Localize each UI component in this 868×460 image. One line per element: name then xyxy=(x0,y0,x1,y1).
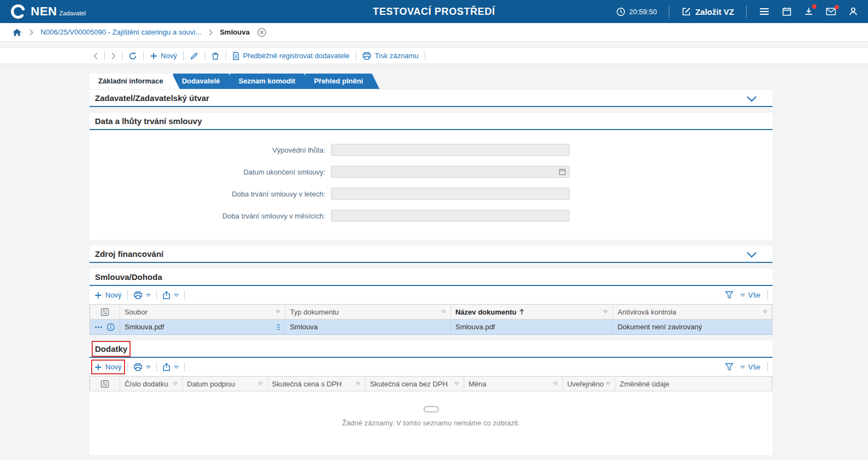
edit-button[interactable] xyxy=(190,52,199,60)
filter-triangle-icon[interactable] xyxy=(606,382,611,385)
expand-funding-button[interactable] xyxy=(746,250,767,258)
column-header-cena-s-dph[interactable]: Skutečná cena s DPH xyxy=(268,377,366,391)
topbar-divider xyxy=(746,5,747,18)
amendments-print-button[interactable] xyxy=(133,363,151,372)
plus-icon xyxy=(94,363,102,371)
column-header-zmenene-udaje[interactable]: Změněné údaje xyxy=(615,377,772,391)
contract-view-all-button[interactable]: Vše xyxy=(740,291,760,299)
messages-badge xyxy=(835,5,839,9)
amendments-view-all-button[interactable]: Vše xyxy=(740,363,760,371)
tab-prehled-plneni[interactable]: Přehled plnění xyxy=(305,74,380,89)
filter-triangle-icon[interactable] xyxy=(553,382,558,385)
column-header-mena[interactable]: Měna xyxy=(464,377,563,391)
column-header-cena-bez-dph[interactable]: Skutečná cena bez DPH xyxy=(365,377,464,391)
calendar-button[interactable] xyxy=(782,7,792,16)
section-contract-documents: Smlouva/Dohoda Nový xyxy=(89,268,773,335)
home-button[interactable] xyxy=(12,28,22,37)
trash-icon xyxy=(211,52,219,60)
topbar-divider xyxy=(669,5,669,18)
contract-new-label: Nový xyxy=(105,291,122,299)
dropdown-triangle-icon xyxy=(146,366,151,369)
tab-seznam-komodit[interactable]: Seznam komodit xyxy=(230,74,312,89)
column-header-nazev-dokumentu[interactable]: Název dokumentu xyxy=(451,305,613,319)
dropdown-triangle-icon xyxy=(740,366,745,369)
filter-triangle-icon[interactable] xyxy=(275,310,280,313)
contract-export-button[interactable] xyxy=(162,291,179,300)
clock-icon xyxy=(616,7,625,16)
contract-table-row[interactable]: Smlouva.pdf Smlouva Smlouva.pdf Dokument… xyxy=(90,319,772,335)
contract-print-button[interactable] xyxy=(133,291,151,300)
filter-triangle-icon[interactable] xyxy=(173,382,178,385)
document-icon xyxy=(232,52,240,60)
tab-dodavatele[interactable]: Dodavatelé xyxy=(173,74,236,89)
contract-new-button[interactable]: Nový xyxy=(94,291,122,299)
chevron-down-icon xyxy=(746,251,757,258)
refresh-icon xyxy=(128,52,137,60)
amendments-filter-button[interactable] xyxy=(725,363,734,371)
printer-icon xyxy=(362,52,371,60)
create-vz-button[interactable]: Založit VZ xyxy=(681,7,734,16)
empty-list-icon xyxy=(423,405,439,414)
section-contracting-authority: Zadavatel/Zadavatelský útvar xyxy=(89,89,773,107)
close-record-button[interactable] xyxy=(257,27,267,37)
amendments-table: Číslo dodatku Datum podpisu Skutečná cen… xyxy=(89,376,773,391)
downloads-badge xyxy=(812,4,816,9)
downloads-button[interactable] xyxy=(804,7,814,16)
refresh-button[interactable] xyxy=(128,52,137,60)
next-record-button[interactable] xyxy=(111,52,116,60)
amendments-new-button[interactable]: Nový xyxy=(94,363,122,371)
column-header-typ-dokumentu[interactable]: Typ dokumentu xyxy=(285,305,451,319)
menu-button[interactable] xyxy=(759,7,770,16)
column-header-soubor[interactable]: Soubor xyxy=(120,305,286,319)
info-icon[interactable] xyxy=(106,323,115,332)
row-actions-icon[interactable] xyxy=(94,326,103,329)
calendar-icon[interactable] xyxy=(559,168,566,176)
export-icon xyxy=(162,363,171,372)
column-chooser-button[interactable] xyxy=(90,377,120,391)
filter-triangle-icon[interactable] xyxy=(356,382,360,385)
section-contract-dates: Data a lhůty trvání smlouvy Výpovědní lh… xyxy=(89,112,773,240)
delete-button[interactable] xyxy=(211,52,219,60)
cell-file[interactable]: Smlouva.pdf xyxy=(125,323,164,331)
sort-ascending-icon xyxy=(519,308,525,315)
filter-triangle-icon[interactable] xyxy=(258,382,263,385)
cell-doc-type: Smlouva xyxy=(290,323,318,331)
contract-dates-form: Výpovědní lhůta: Datum ukončení smlouvy:… xyxy=(89,130,773,240)
messages-button[interactable] xyxy=(826,7,836,16)
cell-antivirus: Dokument není zavirovaný xyxy=(617,323,702,331)
cell-doc-name: Smlouva.pdf xyxy=(455,323,495,331)
column-header-antivirova-kontrola[interactable]: Antivirová kontrola xyxy=(613,305,772,319)
filter-triangle-icon[interactable] xyxy=(454,382,459,385)
tab-zakladni-informace[interactable]: Základní informace xyxy=(89,74,179,89)
amendments-export-button[interactable] xyxy=(162,363,179,372)
section-funding-source: Zdroj financování xyxy=(89,245,773,263)
prev-record-button[interactable] xyxy=(93,52,98,60)
amendments-new-label: Nový xyxy=(105,363,122,371)
filter-triangle-icon[interactable] xyxy=(603,310,608,313)
breadcrumb: N006/25/V00005090 - Zajištění cateringu … xyxy=(0,23,868,42)
filter-triangle-icon[interactable] xyxy=(763,310,768,313)
vypovedni-lhuta-field[interactable] xyxy=(331,144,570,156)
doba-letech-field[interactable] xyxy=(331,188,570,200)
contract-filter-button[interactable] xyxy=(725,291,734,299)
breadcrumb-procedure-link[interactable]: N006/25/V00005090 - Zajištění cateringu … xyxy=(41,28,201,36)
cell-menu-icon[interactable] xyxy=(277,324,280,330)
doba-mesicich-field[interactable] xyxy=(331,210,570,222)
hamburger-icon xyxy=(759,7,770,16)
new-record-button[interactable]: Nový xyxy=(150,52,177,60)
session-time: 20:59:50 xyxy=(629,8,657,16)
session-clock: 20:59:50 xyxy=(616,7,657,16)
column-chooser-button[interactable] xyxy=(90,305,120,319)
datum-ukonceni-field[interactable] xyxy=(331,166,570,178)
print-record-button[interactable]: Tisk záznamu xyxy=(362,52,419,60)
user-button[interactable] xyxy=(848,7,858,16)
column-header-cislo-dodatku[interactable]: Číslo dodatku xyxy=(120,377,183,391)
preregister-supplier-button[interactable]: Předběžně registrovat dodavatele xyxy=(232,52,350,60)
column-header-datum-podpisu[interactable]: Datum podpisu xyxy=(183,377,268,391)
filter-triangle-icon[interactable] xyxy=(441,310,446,313)
column-header-uverejneno[interactable]: Uveřejněno xyxy=(563,377,616,391)
expand-contracting-button[interactable] xyxy=(746,94,767,102)
chevron-right-icon xyxy=(111,52,116,60)
contract-table-header: Soubor Typ dokumentu Název dokumentu xyxy=(90,305,772,319)
nen-home-link[interactable]: NEN Zadavatel xyxy=(10,3,86,20)
